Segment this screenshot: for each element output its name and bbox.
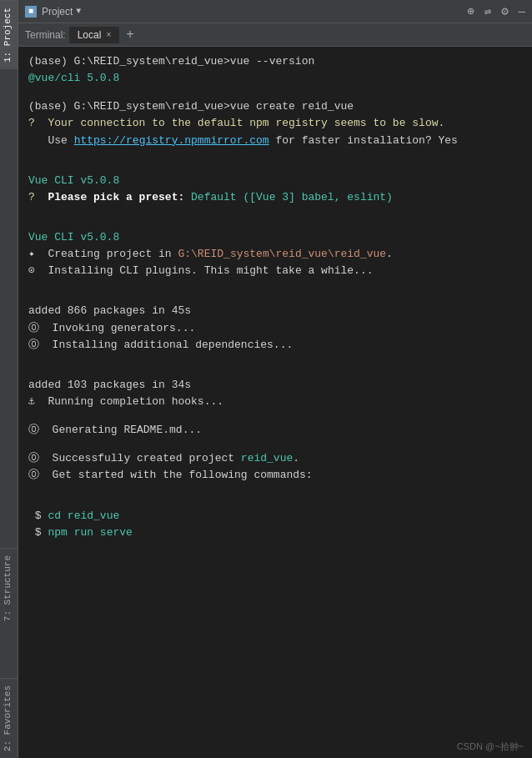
- title-bar: ■ Project ▼ ⊕ ⇌ ⚙ —: [18, 0, 532, 23]
- sidebar-tab-project[interactable]: 1: Project: [0, 0, 18, 69]
- terminal-line-pkg1: added 866 packages in 45s: [28, 303, 522, 319]
- tab-local-label: Local: [78, 29, 102, 41]
- terminal-line-gen: ⓪ Invoking generators...: [28, 320, 522, 337]
- blank-10: [28, 410, 522, 422]
- sidebar-tab-structure[interactable]: 7: Structure: [0, 548, 18, 628]
- terminal-line-installing: ⊙ Installing CLI plugins. This might tak…: [28, 263, 522, 279]
- blank-7: [28, 291, 522, 303]
- minimize-button[interactable]: —: [519, 5, 525, 18]
- tab-add-button[interactable]: +: [126, 28, 134, 43]
- terminal-line-6: Use https://registry.npmmirror.com for f…: [28, 133, 522, 149]
- terminal-line-1: (base) G:\REID_system\reid_vue>vue --ver…: [28, 53, 522, 70]
- terminal-label: Terminal:: [25, 29, 66, 41]
- blank-13: [28, 496, 522, 508]
- terminal-line-success: ⓪ Successfully created project reid_vue.: [28, 450, 522, 467]
- branding: CSDN @~拾翀~: [457, 740, 524, 753]
- project-icon: ■: [25, 6, 37, 18]
- blank-8: [28, 354, 522, 365]
- globe-button[interactable]: ⊕: [467, 4, 474, 18]
- terminal-line-vue2: Vue CLI v5.0.8: [28, 229, 522, 246]
- sidebar-tab-favorites[interactable]: 2: Favorites: [0, 678, 18, 758]
- blank-11: [28, 439, 522, 450]
- terminal-line-5: ? Your connection to the default npm reg…: [28, 115, 522, 132]
- terminal-line-deps: ⓪ Installing additional dependencies...: [28, 337, 522, 354]
- blank-1: [28, 87, 522, 98]
- sidebar-left: 1: Project 7: Structure 2: Favorites: [0, 0, 18, 758]
- tab-close-button[interactable]: ×: [106, 30, 111, 39]
- terminal-line-hooks: ⚓ Running completion hooks...: [28, 394, 522, 410]
- terminal-line-creating: ✦ Creating project in G:\REID_system\rei…: [28, 246, 522, 263]
- terminal-line-readme: ⓪ Generating README.md...: [28, 422, 522, 439]
- blank-3: [28, 161, 522, 173]
- dropdown-arrow-icon[interactable]: ▼: [76, 7, 81, 16]
- terminal-line-preset: ? Please pick a preset: Default ([Vue 3]…: [28, 189, 522, 206]
- blank-6: [28, 279, 522, 291]
- terminal-line-cmd2: $ npm run serve: [28, 525, 522, 541]
- split-button[interactable]: ⇌: [484, 4, 491, 18]
- title-actions: ⊕ ⇌ ⚙ —: [467, 4, 525, 18]
- terminal-line-2: @vue/cli 5.0.8: [28, 70, 522, 87]
- terminal-line-4: (base) G:\REID_system\reid_vue>vue creat…: [28, 98, 522, 115]
- blank-12: [28, 484, 522, 496]
- main-area: ■ Project ▼ ⊕ ⇌ ⚙ — Terminal: Local × + …: [18, 0, 532, 758]
- terminal-line-vue1: Vue CLI v5.0.8: [28, 173, 522, 189]
- tab-local[interactable]: Local ×: [69, 27, 120, 43]
- terminal-line-getstarted: ⓪ Get started with the following command…: [28, 467, 522, 484]
- blank-4: [28, 206, 522, 218]
- terminal-content: (base) G:\REID_system\reid_vue>vue --ver…: [18, 47, 532, 758]
- terminal-line-cmd1: $ cd reid_vue: [28, 508, 522, 525]
- blank-9: [28, 365, 522, 377]
- blank-2: [28, 149, 522, 161]
- blank-5: [28, 218, 522, 229]
- project-label: Project: [42, 6, 73, 18]
- gear-button[interactable]: ⚙: [501, 4, 508, 18]
- terminal-line-pkg2: added 103 packages in 34s: [28, 377, 522, 394]
- tab-bar: Terminal: Local × +: [18, 23, 532, 47]
